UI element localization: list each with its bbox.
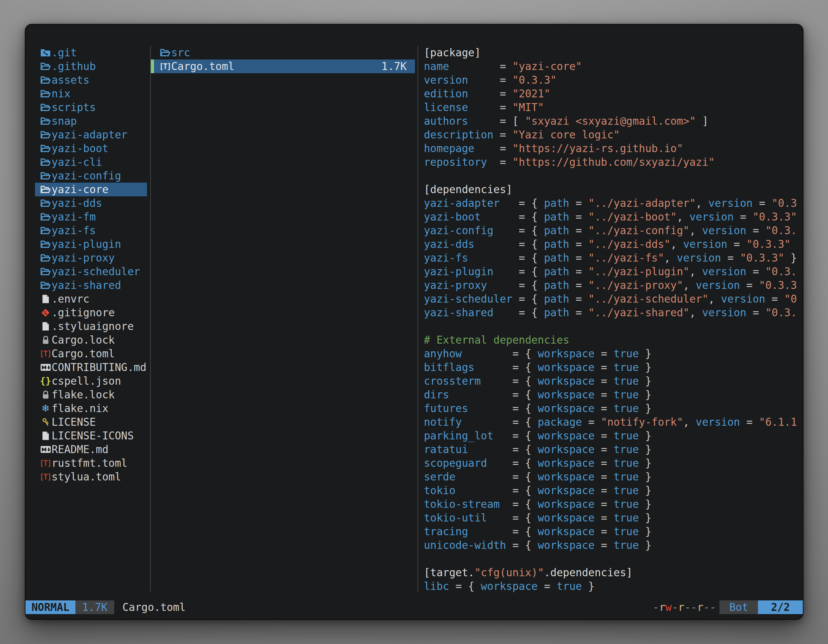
file-row[interactable]: CONTRIBUTING.md: [35, 360, 147, 374]
selection-marker: [151, 60, 154, 73]
folder-open-icon: [39, 196, 52, 210]
preview-line: yazi-fs = { path = "../yazi-fs", version…: [424, 251, 803, 265]
directory-row[interactable]: assets: [35, 73, 147, 87]
folder-open-icon: [39, 183, 52, 196]
file-row[interactable]: [T]Cargo.toml: [35, 347, 147, 360]
preview-line: yazi-scheduler = { path = "../yazi-sched…: [424, 292, 803, 306]
folder-open-icon: [39, 100, 52, 114]
folder-open-icon: [39, 128, 52, 142]
file-row[interactable]: [T]rustfmt.toml: [35, 456, 147, 470]
entry-size: 1.7K: [381, 60, 407, 73]
preview-line: authors = [ "sxyazi <sxyazi@gmail.com>" …: [424, 114, 803, 128]
directory-row[interactable]: nix: [35, 87, 147, 100]
folder-open-icon: [39, 60, 52, 73]
preview-line: tokio = { workspace = true }: [424, 484, 803, 497]
entry-name: yazi-shared: [52, 278, 121, 292]
entry-name: stylua.toml: [52, 470, 121, 484]
folder-open-icon: [39, 278, 52, 292]
preview-line: yazi-adapter = { path = "../yazi-adapter…: [424, 196, 803, 210]
file-row[interactable]: ❄flake.nix: [35, 401, 147, 415]
entry-name: yazi-core: [52, 183, 108, 196]
file-icon: [39, 320, 52, 333]
entry-name: yazi-adapter: [52, 128, 127, 142]
preview-line: parking_lot = { workspace = true }: [424, 429, 803, 443]
directory-row[interactable]: .github: [35, 60, 147, 73]
entry-name: .git: [52, 46, 77, 60]
file-icon: [39, 292, 52, 306]
directory-row[interactable]: yazi-dds: [35, 196, 147, 210]
folder-open-icon: [39, 265, 52, 278]
preview-line: [424, 169, 803, 183]
parent-directory-pane: .git .github assets nix scripts snap yaz…: [25, 46, 150, 484]
preview-line: repository = "https://github.com/sxyazi/…: [424, 155, 803, 169]
file-row[interactable]: [T]stylua.toml: [35, 470, 147, 484]
directory-row[interactable]: yazi-boot: [35, 142, 147, 155]
json-braces-icon: {}: [39, 374, 52, 388]
file-permissions: -rw-r--r--: [653, 600, 716, 614]
preview-line: yazi-shared = { path = "../yazi-shared",…: [424, 306, 803, 320]
entry-name: README.md: [52, 443, 108, 456]
entry-name: .envrc: [52, 292, 89, 306]
directory-row[interactable]: yazi-fm: [35, 210, 147, 224]
file-row[interactable]: LICENSE: [35, 415, 147, 429]
preview-line: yazi-plugin = { path = "../yazi-plugin",…: [424, 265, 803, 278]
directory-row[interactable]: scripts: [35, 100, 147, 114]
entry-name: .github: [52, 60, 96, 73]
preview-line: version = "0.3.3": [424, 73, 803, 87]
directory-row[interactable]: .git: [35, 46, 147, 60]
entry-name: yazi-cli: [52, 155, 102, 169]
directory-row[interactable]: src: [151, 46, 415, 60]
directory-row[interactable]: snap: [35, 114, 147, 128]
preview-line: anyhow = { workspace = true }: [424, 347, 803, 360]
directory-row[interactable]: yazi-config: [35, 169, 147, 183]
status-bar-left: NORMAL 1.7K Cargo.toml: [25, 600, 185, 614]
preview-line: futures = { workspace = true }: [424, 401, 803, 415]
preview-line: notify = { package = "notify-fork", vers…: [424, 415, 803, 429]
directory-row[interactable]: yazi-core: [35, 183, 147, 196]
preview-line: libc = { workspace = true }: [424, 580, 803, 593]
folder-open-icon: [39, 142, 52, 155]
pane-separator-right: [417, 46, 418, 591]
preview-line: yazi-config = { path = "../yazi-config",…: [424, 224, 803, 237]
file-row[interactable]: .styluaignore: [35, 320, 147, 333]
markdown-icon: [39, 443, 52, 456]
directory-row[interactable]: yazi-plugin: [35, 237, 147, 251]
folder-open-icon: [39, 224, 52, 237]
pane-separator-left: [150, 46, 151, 591]
markdown-icon: [39, 360, 52, 374]
directory-row[interactable]: yazi-shared: [35, 278, 147, 292]
directory-row[interactable]: yazi-proxy: [35, 251, 147, 265]
file-row[interactable]: {}cspell.json: [35, 374, 147, 388]
file-row[interactable]: Cargo.lock: [35, 333, 147, 347]
entry-name: Cargo.lock: [52, 333, 115, 347]
key-icon: [39, 415, 52, 429]
directory-row[interactable]: yazi-scheduler: [35, 265, 147, 278]
entry-name: src: [171, 46, 190, 60]
entry-name: .gitignore: [52, 306, 115, 320]
cursor-counter-badge: 2/2: [758, 600, 803, 614]
file-row[interactable]: LICENSE-ICONS: [35, 429, 147, 443]
preview-line: tracing = { workspace = true }: [424, 525, 803, 538]
file-row[interactable]: README.md: [35, 443, 147, 456]
file-row[interactable]: [T]Cargo.toml1.7K: [151, 60, 415, 73]
folder-open-icon: [39, 169, 52, 183]
preview-line: [target."cfg(unix)".dependencies]: [424, 566, 803, 580]
toml-icon: [T]: [39, 347, 52, 360]
directory-row[interactable]: yazi-fs: [35, 224, 147, 237]
preview-line: bitflags = { workspace = true }: [424, 360, 803, 374]
entry-name: Cargo.toml: [52, 347, 115, 360]
folder-open-icon: [39, 237, 52, 251]
directory-row[interactable]: yazi-adapter: [35, 128, 147, 142]
entry-name: rustfmt.toml: [52, 456, 127, 470]
file-row[interactable]: .gitignore: [35, 306, 147, 320]
toml-icon: [T]: [159, 60, 171, 73]
directory-row[interactable]: yazi-cli: [35, 155, 147, 169]
file-row[interactable]: flake.lock: [35, 388, 147, 401]
preview-line: yazi-dds = { path = "../yazi-dds", versi…: [424, 237, 803, 251]
file-preview-pane: [package]name = "yazi-core"version = "0.…: [424, 46, 803, 593]
status-bar: NORMAL 1.7K Cargo.toml -rw-r--r-- Bot 2/…: [25, 600, 803, 614]
current-directory-pane: src[T]Cargo.toml1.7K: [151, 46, 415, 73]
mode-indicator: NORMAL: [25, 600, 75, 614]
file-row[interactable]: .envrc: [35, 292, 147, 306]
preview-line: dirs = { workspace = true }: [424, 388, 803, 401]
